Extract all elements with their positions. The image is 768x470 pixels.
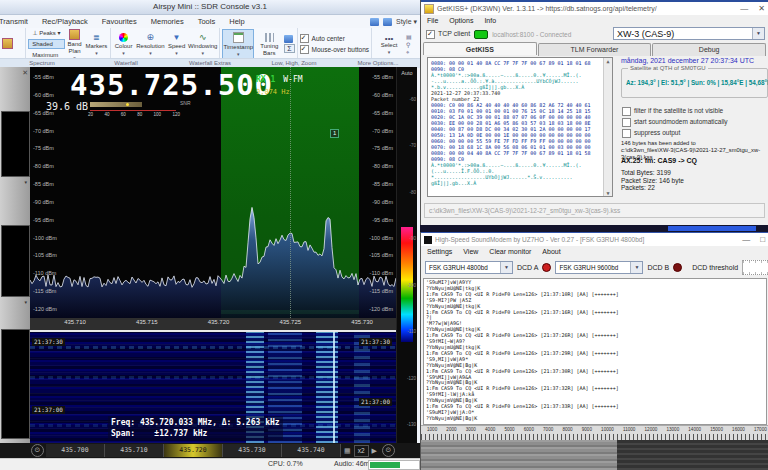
resolution-button[interactable]: ⊕ Resolution▾ [136, 30, 165, 58]
nav-frequency-segment[interactable]: 435.740 [282, 444, 341, 457]
tab-help[interactable]: Help [222, 15, 251, 28]
chevron-down-icon[interactable]: ▼ [752, 28, 764, 39]
tcp-client-checkbox[interactable]: TCP client [426, 29, 470, 39]
maximize-icon[interactable]: □ [760, 235, 765, 244]
band-plan-button[interactable]: Band Plan▾ [67, 26, 83, 63]
frequency-readout[interactable]: 435.725.500 [70, 68, 273, 102]
nav-zoom-out-button[interactable]: ⊙ [31, 444, 44, 457]
select-button[interactable]: ••• Select▾ [374, 32, 404, 57]
frequency-axis[interactable]: 435.710435.715435.720435.725435.730 [30, 318, 396, 332]
sigma-button[interactable]: Σ [284, 44, 294, 53]
tab-transmit[interactable]: Transmit [0, 15, 35, 28]
scroll-up-icon[interactable]: ▲ [604, 58, 612, 64]
menu-info[interactable]: Info [484, 17, 496, 24]
tool-icon-b[interactable]: ⚲ [406, 41, 412, 48]
modem-b-select[interactable]: FSK G3RUH 9600bd ▼ [555, 261, 643, 274]
tuning-bars-icon [265, 33, 274, 42]
image-option-icon[interactable] [284, 35, 293, 43]
ellipsis-icon: ••• [385, 35, 393, 42]
quick-access-icon2[interactable] [383, 18, 392, 26]
getkiss-title-bar[interactable]: GetKISS+ (DK3WN) Ver. 1.3.11 -> https://… [421, 0, 768, 15]
option-checkbox[interactable]: filter if the satellite is not visible [622, 106, 728, 116]
dock-dropdown-icon[interactable]: ▾ [24, 179, 27, 185]
legend-auto-label[interactable]: Auto [397, 70, 417, 76]
menu-options[interactable]: Options [449, 17, 473, 24]
soundmodem-title-bar[interactable]: High-Speed SoundModem by UZ7HO - Ver 0.2… [421, 232, 768, 246]
checkbox-icon [622, 118, 631, 127]
packet-monitor[interactable]: 'S9uMI?]vW|A9YY?YbNyujmU@NE|tkg|K1:Fm CA… [423, 278, 767, 425]
tuning-line[interactable] [290, 67, 291, 318]
dbm-label: -110 dBm [33, 270, 57, 276]
ruler-tick-label: 4000 [485, 427, 495, 432]
tuning-bars-button[interactable]: Tuning Bars [256, 30, 282, 58]
menu-view[interactable]: View [463, 248, 478, 255]
nav-zoom-in-button[interactable]: ⊙ [382, 444, 395, 457]
nav-frequency-segment[interactable]: 435.730 [223, 444, 282, 457]
marker-1-flag[interactable]: 1 [330, 129, 339, 138]
tool-icon-c[interactable]: ⌖ [406, 49, 412, 56]
quick-access-icon[interactable] [370, 18, 379, 26]
hex-scrollbar[interactable]: ▲ ▼ [603, 58, 612, 196]
tab-rec-playback[interactable]: Rec/Playback [35, 15, 95, 28]
scroll-down-icon[interactable]: ▼ [604, 190, 612, 196]
chevron-down-icon[interactable]: ▼ [630, 262, 642, 273]
audio-waterfall[interactable] [421, 440, 768, 470]
checkbox-icon [622, 129, 631, 138]
tab-tlm-forwarder[interactable]: TLM Forwarder [538, 43, 652, 56]
magnifier-icon: ⊕ [147, 33, 155, 42]
waterfall-legend[interactable]: Auto -60-70-80-90-100-110-120-130 [396, 67, 417, 443]
option-checkbox[interactable]: start soundmodem automatically [622, 117, 728, 127]
peaks-button[interactable]: ⊥ Peaks ▾ [28, 28, 64, 38]
markers-button[interactable]: ≣ Markers▾ [85, 30, 109, 58]
tool-icon-a[interactable]: ▤ [406, 33, 412, 40]
close-icon[interactable]: ✕ [758, 4, 765, 13]
signal-meter-icon[interactable] [2, 38, 13, 49]
nav-frequency-segment[interactable]: 435.710 [105, 444, 164, 457]
ax25-header: AX.25: fm: CAS9 -> CQ [621, 157, 697, 164]
dcd-threshold-slider[interactable] [742, 260, 768, 275]
left-dock-panel[interactable]: ✕ ▾ ▾ [0, 67, 30, 443]
colour-button[interactable]: Colour▾ [113, 30, 134, 58]
option-checkbox[interactable]: suppress output [622, 128, 728, 138]
satellite-select[interactable]: XW-3 (CAS-9) ▼ [613, 27, 765, 40]
menu-about[interactable]: About [542, 248, 560, 255]
dock-close-icon[interactable]: ✕ [22, 69, 28, 77]
checkbox-icon [622, 107, 631, 116]
dbm-label: -70 dBm [33, 128, 57, 134]
menu-clear-monitor[interactable]: Clear monitor [489, 248, 531, 255]
nav-play-icon[interactable]: ▶ [372, 447, 377, 455]
waterfall-display[interactable]: 21:37:30 21:37:30 21:37:00 21:37:00 Freq… [30, 332, 396, 443]
nav-frequency-segment[interactable]: 435.700 [46, 444, 105, 457]
sdr-title-bar[interactable]: Airspy Mini :: SDR Console v3.1 — □ ✕ [0, 0, 420, 15]
tab-tools[interactable]: Tools [191, 15, 223, 28]
ruler-tick-label: 9000 [582, 427, 592, 432]
minimize-icon[interactable]: — [740, 4, 748, 13]
style-menu[interactable]: Style ▾ [396, 18, 417, 26]
spectrum-display[interactable]: -55 dBm-60 dBm-65 dBm-70 dBm-75 dBm-80 d… [30, 67, 396, 318]
dock-dropdown-icon2[interactable]: ▾ [24, 299, 27, 305]
tab-getkiss[interactable]: GetKISS [423, 42, 537, 55]
snr-meter-line [90, 110, 176, 111]
getkiss-tab-bar: GetKISS TLM Forwarder Debug [423, 43, 767, 56]
snr-scale: 20406080100120 [88, 112, 180, 117]
nav-grid-icon[interactable]: ▦ [344, 447, 351, 455]
tab-favourites[interactable]: Favourites [95, 15, 144, 28]
minimize-icon[interactable]: — [742, 235, 750, 244]
speed-button[interactable]: ▼ Speed▾ [167, 30, 186, 58]
menu-file[interactable]: File [427, 17, 438, 24]
chevron-down-icon[interactable]: ▼ [500, 262, 512, 273]
auto-center-checkbox[interactable]: Auto center [300, 34, 369, 44]
shaded-button[interactable]: Shaded [28, 39, 64, 49]
freq-tick-label: 435.725 [272, 319, 308, 325]
mouse-over-checkbox[interactable]: Mouse-over buttons [300, 45, 369, 55]
nav-x2-button[interactable]: x2 [354, 445, 369, 457]
tab-debug[interactable]: Debug [652, 43, 766, 56]
packet-hex-dump[interactable]: 0080: 00 00 01 40 8A CC 7F 7F 7F 00 67 8… [427, 57, 613, 197]
nav-frequency-segment[interactable]: 435.720 [164, 444, 223, 457]
timestamp-button[interactable]: Timestamp▾ [222, 29, 254, 59]
tab-memories[interactable]: Memories [144, 15, 191, 28]
ruler-tick-label: 13000 [666, 427, 679, 432]
menu-settings[interactable]: Settings [427, 248, 452, 255]
windowing-button[interactable]: ∿ Windowing▾ [188, 30, 217, 58]
modem-a-select[interactable]: FSK G3RUH 4800bd ▼ [425, 261, 513, 274]
